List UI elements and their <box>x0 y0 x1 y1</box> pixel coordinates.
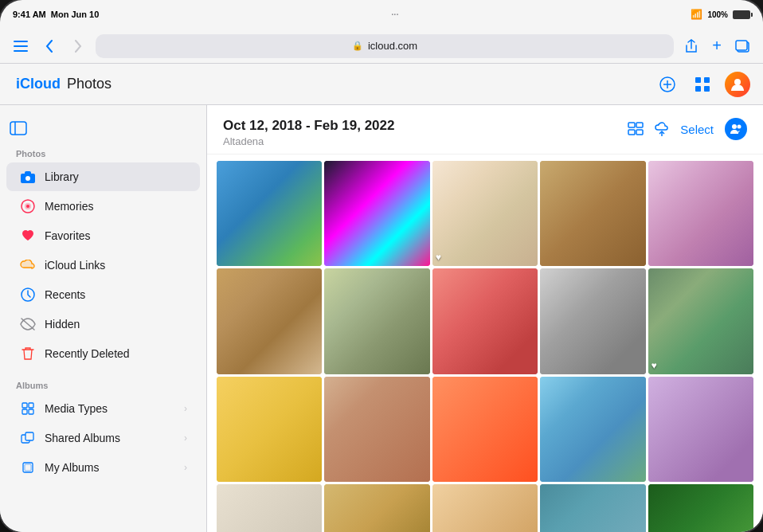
tabs-button[interactable] <box>731 35 753 57</box>
photo-cell[interactable] <box>648 161 753 266</box>
photo-cell[interactable] <box>540 484 645 532</box>
photo-cell[interactable]: ♥ <box>648 268 753 374</box>
photo-cell-inner <box>540 377 645 482</box>
photo-cell-inner <box>648 484 753 532</box>
upload-button[interactable] <box>655 122 669 136</box>
sidebar-item-memories[interactable]: Memories <box>6 192 200 221</box>
photo-cell[interactable] <box>324 268 429 374</box>
sidebar-hidden-label: Hidden <box>45 318 80 331</box>
memories-icon <box>19 198 37 215</box>
sidebar-item-shared-albums[interactable]: Shared Albums › <box>6 424 200 452</box>
photo-thumbnail <box>217 484 322 532</box>
sidebar-item-media-types[interactable]: Media Types › <box>6 394 200 423</box>
my-albums-icon <box>19 459 37 476</box>
photo-cell[interactable] <box>217 484 322 532</box>
photo-cell[interactable] <box>217 377 322 482</box>
sidebar-item-hidden[interactable]: Hidden <box>6 310 200 338</box>
share-button[interactable] <box>680 35 702 57</box>
back-button[interactable] <box>38 35 61 57</box>
avatar[interactable] <box>725 72 750 97</box>
photo-cell[interactable] <box>324 484 429 532</box>
sidebar-my-albums-label: My Albums <box>45 461 99 474</box>
select-button[interactable]: Select <box>680 123 714 136</box>
photo-thumbnail <box>324 268 429 374</box>
lock-icon: 🔒 <box>352 41 363 51</box>
svg-rect-0 <box>14 41 28 42</box>
view-toggle-button[interactable] <box>628 122 644 136</box>
svg-rect-1 <box>14 45 28 47</box>
sidebar-item-recently-deleted[interactable]: Recently Deleted <box>6 339 200 368</box>
photo-thumbnail <box>324 484 429 532</box>
svg-point-19 <box>26 205 29 208</box>
add-bookmark-button[interactable]: + <box>706 35 728 57</box>
sidebar-item-recents[interactable]: Recents <box>6 280 200 309</box>
svg-point-16 <box>25 176 30 181</box>
grid-view-button[interactable] <box>690 72 715 97</box>
photo-cell-inner <box>324 161 429 266</box>
photo-cell[interactable] <box>540 268 645 374</box>
photo-cell[interactable] <box>432 484 538 532</box>
add-photos-button[interactable] <box>655 72 680 97</box>
sidebar-toggle-button[interactable] <box>10 35 32 57</box>
photo-cell-inner <box>432 377 538 482</box>
date-range: Oct 12, 2018 - Feb 19, 2022 <box>223 118 394 134</box>
photo-cell[interactable] <box>217 268 322 374</box>
photo-cell[interactable] <box>324 161 429 266</box>
sidebar: Photos Library <box>0 105 207 532</box>
browser-actions: + <box>680 35 753 57</box>
photos-section-header: Photos <box>0 143 206 162</box>
photo-cell[interactable] <box>217 161 322 266</box>
svg-rect-23 <box>29 403 33 408</box>
svg-rect-9 <box>704 77 710 83</box>
photo-cell[interactable]: ♥ <box>432 161 538 266</box>
photo-thumbnail <box>648 377 753 482</box>
hidden-icon <box>19 315 37 333</box>
photo-cell-inner <box>217 161 322 266</box>
url-bar[interactable]: 🔒 icloud.com <box>96 34 674 58</box>
forward-button[interactable] <box>67 35 89 57</box>
photo-cell[interactable] <box>540 377 645 482</box>
photo-cell-inner <box>217 268 322 374</box>
photo-cell-inner <box>540 161 645 266</box>
sidebar-item-favorites[interactable]: Favorites <box>6 221 200 250</box>
photo-thumbnail <box>648 484 753 532</box>
sidebar-item-library[interactable]: Library <box>6 162 200 191</box>
photo-cell[interactable] <box>540 161 645 266</box>
albums-section-header: Albums <box>0 374 206 393</box>
photo-cell[interactable] <box>648 377 753 482</box>
sidebar-collapse-icon[interactable] <box>10 121 27 139</box>
photo-thumbnail <box>648 268 753 374</box>
svg-rect-11 <box>704 86 710 92</box>
sidebar-item-icloud-links[interactable]: iCloud Links <box>6 251 200 280</box>
favorite-heart-icon: ♥ <box>651 360 657 371</box>
photo-cell[interactable] <box>648 484 753 532</box>
url-text: icloud.com <box>368 40 417 52</box>
photo-cell-inner <box>648 377 753 482</box>
library-icon <box>19 168 37 186</box>
sidebar-item-my-albums[interactable]: My Albums › <box>6 453 200 482</box>
status-bar: 9:41 AM Mon Jun 10 ··· 📶 100% <box>0 0 763 29</box>
photo-cell[interactable] <box>324 377 429 482</box>
photo-cell[interactable] <box>432 268 538 374</box>
photo-thumbnail <box>432 161 538 266</box>
people-button[interactable] <box>725 118 747 140</box>
main-layout: Photos Library <box>0 105 763 532</box>
time: 9:41 AM <box>13 10 46 19</box>
battery-percent: 100% <box>707 10 728 19</box>
sidebar-recents-label: Recents <box>45 288 85 301</box>
photo-cell[interactable] <box>432 377 538 482</box>
svg-rect-13 <box>10 122 26 135</box>
photo-thumbnail <box>217 377 322 482</box>
sidebar-icloud-links-label: iCloud Links <box>45 259 105 272</box>
sidebar-favorites-label: Favorites <box>45 229 91 242</box>
photo-thumbnail <box>432 377 538 482</box>
photo-cell-inner <box>540 268 645 374</box>
photo-thumbnail <box>540 484 645 532</box>
media-types-icon <box>19 400 37 417</box>
photo-thumbnail <box>540 377 645 482</box>
favorites-icon <box>19 227 37 244</box>
svg-rect-4 <box>736 41 747 50</box>
content-title: Oct 12, 2018 - Feb 19, 2022 Altadena <box>223 118 394 147</box>
content-header: Oct 12, 2018 - Feb 19, 2022 Altadena <box>207 105 763 155</box>
svg-rect-29 <box>25 464 31 471</box>
